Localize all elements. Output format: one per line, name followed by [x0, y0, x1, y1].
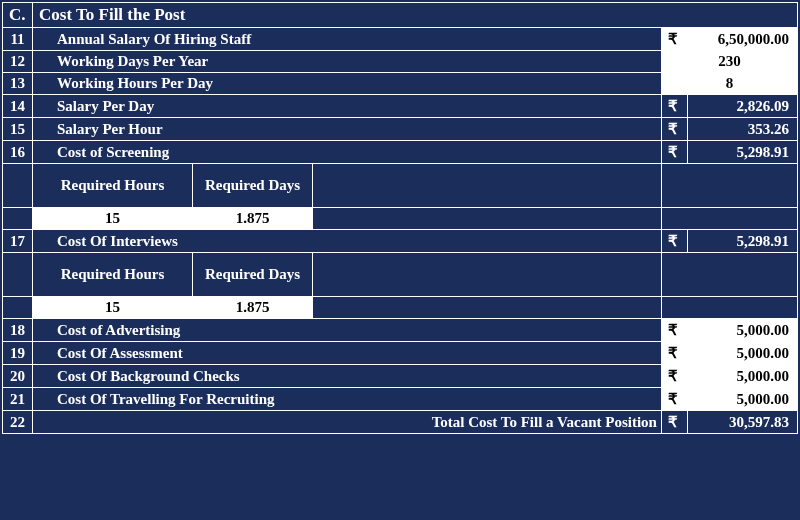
- section-header-row: C. Cost To Fill the Post: [3, 3, 798, 28]
- row-label: Salary Per Hour: [33, 118, 662, 141]
- row-value: 230: [661, 51, 797, 73]
- currency-symbol: ₹: [661, 230, 687, 253]
- blank-cell: [313, 164, 662, 208]
- row-22-total: 22 Total Cost To Fill a Vacant Position …: [3, 411, 798, 434]
- currency-symbol: ₹: [661, 28, 687, 51]
- currency-symbol: ₹: [661, 388, 687, 411]
- currency-symbol: ₹: [661, 411, 687, 434]
- blank-cell: [3, 297, 33, 319]
- blank-cell: [313, 208, 662, 230]
- row-value: 5,000.00: [687, 388, 797, 411]
- row-label: Cost Of Travelling For Recruiting: [33, 388, 662, 411]
- row-label: Cost Of Background Checks: [33, 365, 662, 388]
- section-title: Cost To Fill the Post: [33, 3, 798, 28]
- blank-cell: [661, 208, 797, 230]
- row-value: 5,298.91: [687, 141, 797, 164]
- row-label: Cost Of Interviews: [33, 230, 662, 253]
- row-label: Annual Salary Of Hiring Staff: [33, 28, 662, 51]
- row-value: 8: [661, 73, 797, 95]
- row-18: 18 Cost of Advertising ₹ 5,000.00: [3, 319, 798, 342]
- currency-symbol: ₹: [661, 141, 687, 164]
- row-label: Working Hours Per Day: [33, 73, 662, 95]
- row-number: 19: [3, 342, 33, 365]
- row-17-subvalues: 15 1.875: [3, 297, 798, 319]
- row-value: 6,50,000.00: [687, 28, 797, 51]
- blank-cell: [3, 208, 33, 230]
- subvalue-days: 1.875: [193, 208, 313, 230]
- currency-symbol: ₹: [661, 319, 687, 342]
- row-number: 21: [3, 388, 33, 411]
- total-value: 30,597.83: [687, 411, 797, 434]
- currency-symbol: ₹: [661, 365, 687, 388]
- row-13: 13 Working Hours Per Day 8: [3, 73, 798, 95]
- row-number: 11: [3, 28, 33, 51]
- row-value: 5,298.91: [687, 230, 797, 253]
- row-17-subheader: Required Hours Required Days: [3, 253, 798, 297]
- blank-cell: [3, 164, 33, 208]
- row-19: 19 Cost Of Assessment ₹ 5,000.00: [3, 342, 798, 365]
- row-number: 22: [3, 411, 33, 434]
- row-16-subvalues: 15 1.875: [3, 208, 798, 230]
- row-16-subheader: Required Hours Required Days: [3, 164, 798, 208]
- currency-symbol: ₹: [661, 118, 687, 141]
- row-17: 17 Cost Of Interviews ₹ 5,298.91: [3, 230, 798, 253]
- row-number: 18: [3, 319, 33, 342]
- row-16: 16 Cost of Screening ₹ 5,298.91: [3, 141, 798, 164]
- row-12: 12 Working Days Per Year 230: [3, 51, 798, 73]
- blank-cell: [661, 297, 797, 319]
- subheader-hours: Required Hours: [33, 253, 193, 297]
- row-15: 15 Salary Per Hour ₹ 353.26: [3, 118, 798, 141]
- row-14: 14 Salary Per Day ₹ 2,826.09: [3, 95, 798, 118]
- row-value: 5,000.00: [687, 319, 797, 342]
- row-20: 20 Cost Of Background Checks ₹ 5,000.00: [3, 365, 798, 388]
- row-value: 353.26: [687, 118, 797, 141]
- row-number: 12: [3, 51, 33, 73]
- row-label: Cost of Advertising: [33, 319, 662, 342]
- currency-symbol: ₹: [661, 342, 687, 365]
- row-label: Cost Of Assessment: [33, 342, 662, 365]
- row-value: 2,826.09: [687, 95, 797, 118]
- row-number: 15: [3, 118, 33, 141]
- row-number: 13: [3, 73, 33, 95]
- total-label: Total Cost To Fill a Vacant Position: [33, 411, 662, 434]
- subheader-days: Required Days: [193, 253, 313, 297]
- blank-cell: [313, 253, 662, 297]
- subheader-days: Required Days: [193, 164, 313, 208]
- row-number: 14: [3, 95, 33, 118]
- row-21: 21 Cost Of Travelling For Recruiting ₹ 5…: [3, 388, 798, 411]
- currency-symbol: ₹: [661, 95, 687, 118]
- cost-table: C. Cost To Fill the Post 11 Annual Salar…: [2, 2, 798, 434]
- section-letter: C.: [3, 3, 33, 28]
- blank-cell: [661, 253, 797, 297]
- row-number: 16: [3, 141, 33, 164]
- row-11: 11 Annual Salary Of Hiring Staff ₹ 6,50,…: [3, 28, 798, 51]
- row-label: Working Days Per Year: [33, 51, 662, 73]
- row-label: Cost of Screening: [33, 141, 662, 164]
- row-number: 17: [3, 230, 33, 253]
- subvalue-days: 1.875: [193, 297, 313, 319]
- subvalue-hours: 15: [33, 208, 193, 230]
- row-number: 20: [3, 365, 33, 388]
- row-label: Salary Per Day: [33, 95, 662, 118]
- row-value: 5,000.00: [687, 342, 797, 365]
- row-value: 5,000.00: [687, 365, 797, 388]
- blank-cell: [313, 297, 662, 319]
- subvalue-hours: 15: [33, 297, 193, 319]
- subheader-hours: Required Hours: [33, 164, 193, 208]
- blank-cell: [661, 164, 797, 208]
- blank-cell: [3, 253, 33, 297]
